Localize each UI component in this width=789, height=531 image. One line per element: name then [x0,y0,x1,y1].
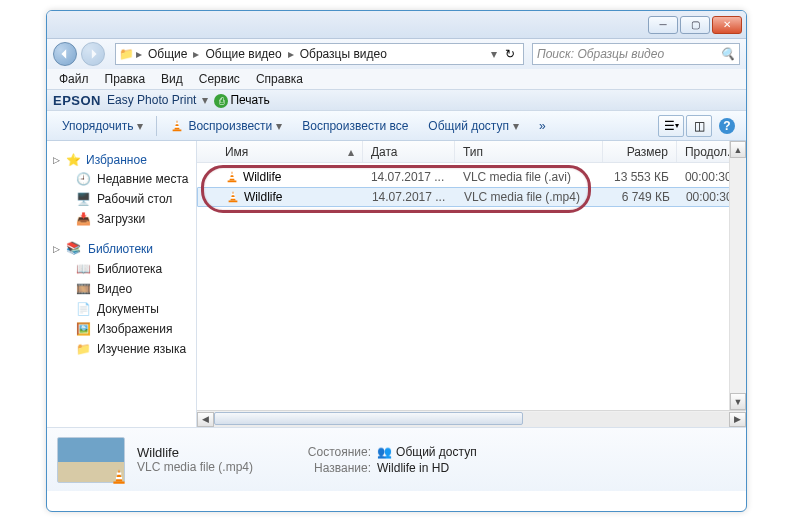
col-label: Имя [225,145,248,159]
chevron-down-icon: ▾ [137,119,143,133]
nav-item-label: Документы [97,302,159,316]
file-row[interactable]: Wildlife14.07.2017 ...VLC media file (.a… [197,167,746,187]
state-value: 👥Общий доступ [377,445,477,459]
nav-pictures[interactable]: 🖼️Изображения [47,319,196,339]
breadcrumb[interactable]: Образцы видео [296,47,391,61]
scroll-right-icon[interactable]: ▶ [729,412,746,427]
scroll-up-icon[interactable]: ▲ [730,141,746,158]
vlc-icon [226,190,240,204]
help-button[interactable]: ? [714,115,740,137]
chevron-right-icon: ▸ [136,47,142,61]
documents-icon: 📄 [75,301,91,317]
state-text: Общий доступ [396,445,477,459]
close-button[interactable]: ✕ [712,16,742,34]
nav-row: 📁 ▸ Общие ▸ Общие видео ▸ Образцы видео … [47,39,746,69]
recent-icon: 🕘 [75,171,91,187]
chevron-down-icon[interactable]: ▾ [202,93,208,107]
breadcrumb[interactable]: Общие видео [201,47,285,61]
libraries-group: ▷📚Библиотеки 📖Библиотека 🎞️Видео 📄Докуме… [47,239,196,359]
svg-rect-9 [113,481,124,483]
scroll-track[interactable] [214,412,729,427]
file-row[interactable]: Wildlife14.07.2017 ...VLC media file (.m… [197,187,746,207]
scroll-left-icon[interactable]: ◀ [197,412,214,427]
forward-button[interactable] [81,42,105,66]
nav-downloads[interactable]: 📥Загрузки [47,209,196,229]
file-rows: Wildlife14.07.2017 ...VLC media file (.a… [197,163,746,410]
more-button[interactable]: » [530,116,555,136]
epson-print-button[interactable]: ⎙Печать [214,93,269,108]
play-button[interactable]: Воспроизвести▾ [161,116,291,136]
file-list-area: Имя ▴ Дата Тип Размер Продол... Wildlife… [197,141,746,427]
titlebar: ─ ▢ ✕ [47,11,746,39]
svg-rect-1 [176,122,180,124]
details-pane: Wildlife VLC media file (.mp4) Состояние… [47,427,746,491]
sort-icon: ▴ [348,145,354,159]
favorites-header[interactable]: ▷⭐Избранное [47,151,196,169]
search-input[interactable]: Поиск: Образцы видео 🔍 [532,43,740,65]
col-size[interactable]: Размер [603,141,677,162]
chevron-down-icon[interactable]: ▾ [491,47,497,61]
view-mode-button[interactable]: ☰ ▾ [658,115,684,137]
chevron-right-icon: ▸ [193,47,199,61]
col-name[interactable]: Имя ▴ [217,141,363,162]
breadcrumb[interactable]: Общие [144,47,191,61]
pictures-icon: 🖼️ [75,321,91,337]
expand-icon: ▷ [53,244,60,254]
menubar: Файл Правка Вид Сервис Справка [47,69,746,89]
explorer-window: ─ ▢ ✕ 📁 ▸ Общие ▸ Общие видео ▸ Образцы … [46,10,747,512]
view-controls: ☰ ▾ ◫ ? [658,115,740,137]
svg-rect-0 [173,129,182,131]
libraries-header[interactable]: ▷📚Библиотеки [47,239,196,259]
file-thumbnail [57,437,125,483]
chevron-down-icon: ▾ [276,119,282,133]
col-date[interactable]: Дата [363,141,455,162]
svg-rect-4 [230,174,234,176]
details-filetype: VLC media file (.mp4) [137,460,253,474]
share-label: Общий доступ [428,119,509,133]
downloads-icon: 📥 [75,211,91,227]
video-icon: 🎞️ [75,281,91,297]
scroll-down-icon[interactable]: ▼ [730,393,746,410]
nav-language[interactable]: 📁Изучение языка [47,339,196,359]
nav-desktop[interactable]: 🖥️Рабочий стол [47,189,196,209]
title-value[interactable]: Wildlife in HD [377,461,449,475]
nav-video[interactable]: 🎞️Видео [47,279,196,299]
favorites-label: Избранное [86,153,147,167]
preview-pane-button[interactable]: ◫ [686,115,712,137]
chevron-right-icon: ▸ [288,47,294,61]
menu-file[interactable]: Файл [53,71,95,87]
svg-rect-2 [175,126,180,128]
menu-help[interactable]: Справка [250,71,309,87]
search-icon: 🔍 [720,47,735,61]
epson-easyphoto[interactable]: Easy Photo Print [107,93,196,107]
col-type[interactable]: Тип [455,141,603,162]
details-props: Состояние:👥Общий доступ Название:Wildlif… [295,445,477,475]
cell-size: 13 553 КБ [603,170,677,184]
nav-library[interactable]: 📖Библиотека [47,259,196,279]
epson-bar: EPSON Easy Photo Print ▾ ⎙Печать [47,89,746,111]
folder-icon: 📁 [118,46,134,62]
menu-view[interactable]: Вид [155,71,189,87]
scroll-thumb[interactable] [214,412,523,425]
maximize-button[interactable]: ▢ [680,16,710,34]
vertical-scrollbar[interactable]: ▲ ▼ [729,141,746,410]
nav-item-label: Загрузки [97,212,145,226]
nav-item-label: Рабочий стол [97,192,172,206]
address-bar[interactable]: 📁 ▸ Общие ▸ Общие видео ▸ Образцы видео … [115,43,524,65]
minimize-button[interactable]: ─ [648,16,678,34]
svg-rect-5 [230,177,235,179]
details-filename: Wildlife [137,445,253,460]
back-button[interactable] [53,42,77,66]
svg-rect-6 [229,201,238,203]
library-icon: 📖 [75,261,91,277]
cell-date: 14.07.2017 ... [363,170,455,184]
horizontal-scrollbar[interactable]: ◀ ▶ [197,410,746,427]
nav-recent[interactable]: 🕘Недавние места [47,169,196,189]
menu-tools[interactable]: Сервис [193,71,246,87]
refresh-button[interactable]: ↻ [499,45,521,63]
playall-button[interactable]: Воспроизвести все [293,116,417,136]
organize-button[interactable]: Упорядочить▾ [53,116,152,136]
share-button[interactable]: Общий доступ▾ [419,116,528,136]
menu-edit[interactable]: Правка [99,71,152,87]
nav-documents[interactable]: 📄Документы [47,299,196,319]
